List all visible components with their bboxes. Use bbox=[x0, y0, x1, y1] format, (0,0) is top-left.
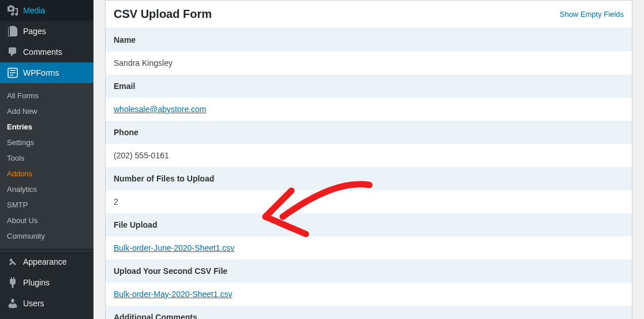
sidebar-item-label: WPForms bbox=[23, 68, 59, 77]
svg-rect-3 bbox=[10, 75, 13, 76]
sidebar-item-wpforms[interactable]: WPForms bbox=[0, 62, 93, 83]
submenu-settings[interactable]: Settings bbox=[0, 135, 93, 150]
sidebar-item-users[interactable]: Users bbox=[0, 293, 93, 314]
appearance-icon bbox=[7, 256, 18, 268]
sidebar-item-pages[interactable]: Pages bbox=[0, 21, 93, 42]
file-link-2[interactable]: Bulk-order-May-2020-Sheet1.csv bbox=[114, 290, 232, 299]
submenu-add-new[interactable]: Add New bbox=[0, 103, 93, 119]
sidebar-item-plugins[interactable]: Plugins bbox=[0, 272, 93, 293]
field-email-label: Email bbox=[106, 75, 632, 98]
submenu-all-forms[interactable]: All Forms bbox=[0, 88, 93, 103]
field-second-label: Upload Your Second CSV File bbox=[106, 259, 632, 283]
admin-sidebar: Media Pages Comments WPForms All Forms A… bbox=[0, 0, 93, 319]
field-phone-value: (202) 555-0161 bbox=[106, 144, 632, 167]
field-name-label: Name bbox=[106, 28, 632, 51]
plugins-icon bbox=[7, 277, 18, 288]
sidebar-item-label: Comments bbox=[23, 47, 62, 57]
field-email-value: wholesale@abystore.com bbox=[106, 98, 632, 121]
submenu-analytics[interactable]: Analytics bbox=[0, 181, 93, 197]
field-numfiles-value: 2 bbox=[106, 190, 632, 213]
field-numfiles-label: Number of Files to Upload bbox=[106, 167, 632, 190]
main-content: CSV Upload Form Show Empty Fields Name S… bbox=[93, 0, 644, 319]
submenu-addons[interactable]: Addons bbox=[0, 166, 93, 181]
sidebar-item-label: Appearance bbox=[23, 257, 67, 266]
wpforms-icon bbox=[7, 67, 18, 79]
sidebar-item-label: Pages bbox=[23, 27, 46, 36]
file-link-1[interactable]: Bulk-order-June-2020-Sheet1.csv bbox=[114, 243, 234, 253]
sidebar-item-label: Users bbox=[23, 299, 44, 308]
show-empty-fields-link[interactable]: Show Empty Fields bbox=[560, 10, 624, 18]
submenu-smtp[interactable]: SMTP bbox=[0, 197, 93, 213]
wpforms-submenu: All Forms Add New Entries Settings Tools… bbox=[0, 83, 93, 248]
svg-rect-2 bbox=[10, 72, 16, 73]
panel-header: CSV Upload Form Show Empty Fields bbox=[106, 1, 632, 28]
sidebar-item-media[interactable]: Media bbox=[0, 0, 93, 21]
sidebar-item-appearance[interactable]: Appearance bbox=[0, 251, 93, 272]
sidebar-item-label: Plugins bbox=[23, 278, 50, 287]
sidebar-item-comments[interactable]: Comments bbox=[0, 42, 93, 62]
field-name-value: Sandra Kingsley bbox=[106, 51, 632, 75]
field-second-value: Bulk-order-May-2020-Sheet1.csv bbox=[106, 283, 632, 306]
field-fileupload-label: File Upload bbox=[106, 213, 632, 236]
comments-icon bbox=[7, 46, 18, 58]
field-fileupload-value: Bulk-order-June-2020-Sheet1.csv bbox=[106, 236, 632, 259]
users-icon bbox=[7, 298, 18, 309]
email-link[interactable]: wholesale@abystore.com bbox=[114, 105, 207, 114]
entry-panel: CSV Upload Form Show Empty Fields Name S… bbox=[105, 0, 632, 319]
field-phone-label: Phone bbox=[106, 121, 632, 144]
submenu-entries[interactable]: Entries bbox=[0, 119, 93, 135]
media-icon bbox=[7, 5, 18, 16]
field-comments-label: Additional Comments bbox=[106, 306, 632, 319]
submenu-community[interactable]: Community bbox=[0, 228, 93, 244]
svg-rect-1 bbox=[10, 70, 16, 71]
submenu-about-us[interactable]: About Us bbox=[0, 213, 93, 228]
sidebar-item-label: Media bbox=[23, 6, 45, 15]
panel-title: CSV Upload Form bbox=[114, 8, 212, 21]
submenu-tools[interactable]: Tools bbox=[0, 150, 93, 166]
pages-icon bbox=[7, 25, 18, 37]
